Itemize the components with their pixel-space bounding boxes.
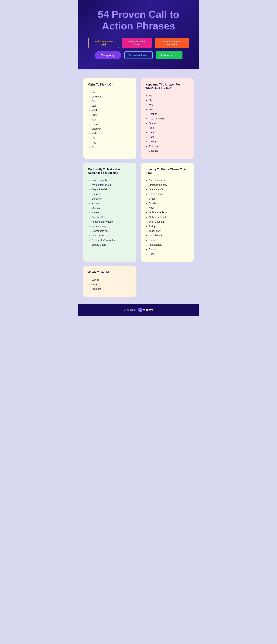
designed-by-text: Designed by [124,308,136,311]
list-item: Hurry [149,238,189,242]
list-item: Proven [149,139,189,144]
list-item: Only a Few left [92,187,132,192]
list-item: Urgent [149,196,189,201]
exclusivity-card-title: Exclusivity To Make Your Audience Feel S… [88,168,132,175]
urgency-list: Ends tomorrow Limited time only One-time… [146,178,189,256]
list-item: Submit [92,278,132,282]
list-item: Free [149,126,189,130]
list-item: Guarantee [149,121,189,126]
list-item: Your [149,107,189,112]
list-item: Advanced [92,201,132,206]
list-item: Safe [149,135,189,139]
list-item: Try [92,136,132,140]
hope-card: Hope And The Answer For What's In It For… [140,78,194,158]
list-item: Learn [92,122,132,126]
list-item: Deadline [149,201,189,206]
list-item: Only available to__ [149,210,189,215]
list-item: Limited time only [149,183,189,187]
list-item: Find [92,140,132,145]
header: 54 Proven Call to Action Phrases Activat… [78,0,199,70]
hope-card-title: Hope And The Answer For What's In It For… [146,83,189,90]
list-item: Discover [92,126,132,131]
list-item: Stop [92,104,132,108]
avoid-card-title: Words To Avoid: [88,271,132,274]
list-item: Save [92,145,132,150]
list-item: Secrets [92,206,132,210]
list-item: Offer Ends on__ [149,220,189,224]
footer: Designed by w wedevs [78,304,199,316]
top-cards-grid: Verbs To Kick it Off: Get Download Start… [83,78,194,262]
list-item: Members only [92,224,132,229]
list-item: Exclusive [92,196,132,201]
urgency-card-title: Urgency To Entice Theme To Act Now: [146,168,189,175]
list-item: Now [149,206,189,210]
urgency-card: Urgency To Entice Theme To Act Now: Ends… [140,163,194,262]
list-item: Grow [92,113,132,117]
list-item: One-time offer [149,187,189,192]
list-item: Today only [149,229,189,233]
exclusivity-card: Exclusivity To Make Your Audience Feel S… [83,163,136,262]
list-item: Risk-free [149,144,189,149]
svg-text:w: w [139,309,141,311]
verbs-card-title: Verbs To Kick it Off: [88,83,132,86]
title-line2: Action Phrases [102,20,175,32]
list-item: Join [92,117,132,122]
list-item: Ends [149,252,189,256]
list-item: While supplies last [92,183,132,187]
list-item: Before [149,247,189,252]
buttons-row-2: Today only Get involved today Add to car… [88,51,189,59]
list-item: Returns results [149,116,189,121]
list-item: Because [149,148,189,153]
bottom-row: Words To Avoid: Submit Order Our/ours [83,266,194,297]
verbs-card: Verbs To Kick it Off: Get Download Start… [83,78,136,158]
list-item: New [149,130,189,135]
involved-button[interactable]: Get involved today [124,52,153,59]
today-button[interactable]: Today only [94,51,121,59]
list-item: Only X days left [149,215,189,220]
list-item: Me [149,93,189,98]
list-item: Build [92,108,132,113]
list-item: Featured [92,192,132,196]
empty-cell [140,266,194,297]
list-item: My [149,98,189,103]
hope-list: Me My You Your Results Returns results G… [146,93,189,153]
activate-button[interactable]: Activate my free trial [88,38,119,48]
list-item: Subscribers only [92,229,132,233]
list-item: Download [92,94,132,99]
exclusivity-list: Limited supply While supplies last Only … [88,178,132,247]
wedevs-logo: w wedevs [138,308,153,312]
list-item: Limited Spots [92,242,132,247]
list-item: Request an invitation [92,220,132,224]
title-line1: 54 Proven Call to [98,9,179,20]
list-item: Get [92,90,132,94]
list-item: Now Closed [92,233,132,238]
wedevs-icon: w [138,308,142,312]
list-item: Limited supply [92,178,132,183]
list-item: Our/ours [92,287,132,291]
list-item: Immediately [149,242,189,247]
list-item: Today [149,224,189,229]
verbs-list: Get Download Start Stop Build Grow Join … [88,90,132,150]
main-title: 54 Proven Call to Action Phrases [88,9,189,32]
list-item: You [149,102,189,107]
list-item: Order [92,282,132,287]
main-content: Verbs To Kick it Off: Get Download Start… [78,70,199,304]
avoid-card: Words To Avoid: Submit Order Our/ours [83,266,136,297]
wedevs-brand-name: wedevs [143,308,153,311]
list-item: Special offer [92,215,132,220]
buttons-row-1: Activate my free trial Shop and save now… [88,38,189,48]
shop-button[interactable]: Shop and save now! [122,38,152,48]
list-item: Add to cart [92,131,132,136]
list-item: Start [92,99,132,104]
list-item: Expires soon [149,192,189,196]
list-item: Results [149,112,189,116]
list-item: Last chance [149,233,189,238]
list-item: Pre-register/Pre-order [92,238,132,242]
feedback-button[interactable]: Leave us some feedback [155,38,189,48]
list-item: Access [92,210,132,215]
list-item: Ends tomorrow [149,178,189,183]
avoid-list: Submit Order Our/ours [88,278,132,291]
cart-button[interactable]: Add to cart → [156,51,182,59]
